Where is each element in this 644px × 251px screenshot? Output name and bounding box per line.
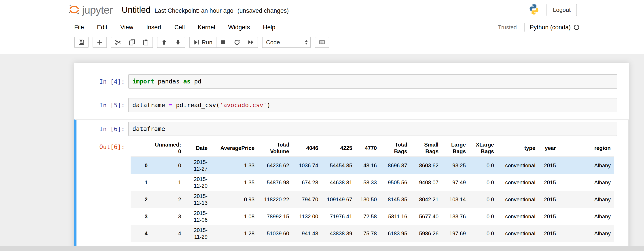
insert-cell-below-button[interactable] [92, 37, 107, 48]
autosave-status: (unsaved changes) [238, 8, 289, 14]
logout-button[interactable]: Logout [546, 4, 577, 16]
table-cell: 71976.41 [321, 208, 355, 225]
table-row: 002015-12-271.3364236.621036.7454454.854… [130, 157, 614, 174]
code-input[interactable]: dataframe = pd.read_csv('avocado.csv') [128, 98, 617, 112]
table-cell: 9505.56 [380, 174, 410, 191]
table-cell: 2015 [538, 174, 559, 191]
table-cell: 54454.85 [321, 157, 355, 174]
select-arrows-icon [305, 39, 308, 46]
menu-item-edit[interactable]: Edit [97, 24, 108, 31]
table-cell: 5986.26 [410, 225, 442, 242]
paste-icon [143, 39, 149, 46]
table-cell: 0.0 [469, 191, 497, 208]
column-header: Unnamed: 0 [151, 140, 184, 157]
table-cell: 2015-11-29 [184, 225, 211, 242]
column-header: Total Volume [258, 140, 292, 157]
code-cell-1[interactable]: In [4]:import pandas as pd [74, 72, 629, 91]
command-palette-button[interactable] [315, 37, 329, 48]
horizontal-scrollbar[interactable] [0, 246, 644, 251]
table-cell: 8696.87 [380, 157, 410, 174]
table-cell: 48.16 [355, 157, 380, 174]
checkpoint-status: Last Checkpoint: an hour ago [154, 8, 234, 14]
table-cell: Albany [559, 174, 614, 191]
save-button[interactable] [74, 37, 88, 48]
table-cell: 8603.62 [410, 157, 442, 174]
title-group: Untitled Last Checkpoint: an hour ago (u… [122, 5, 289, 15]
table-cell: 9408.07 [410, 174, 442, 191]
table-cell: 58.33 [355, 174, 380, 191]
table-cell: 1132.00 [292, 208, 321, 225]
table-cell: 1.28 [211, 225, 258, 242]
run-button[interactable]: Run [189, 37, 216, 48]
keyboard-icon [319, 39, 325, 46]
table-cell: Albany [559, 208, 614, 225]
table-cell: 75.78 [355, 225, 380, 242]
code-cell-3[interactable]: In [6]:dataframeOut[6]:Unnamed: 0DateAve… [74, 120, 629, 251]
column-header: 4770 [355, 140, 380, 157]
menu-item-kernel[interactable]: Kernel [198, 24, 215, 31]
table-cell: 941.48 [292, 225, 321, 242]
table-cell: 5811.16 [380, 208, 410, 225]
table-cell: 2015 [538, 157, 559, 174]
menu-item-widgets[interactable]: Widgets [228, 24, 250, 31]
table-cell: 0.0 [469, 208, 497, 225]
restart-icon [234, 39, 240, 46]
table-cell: 2 [151, 191, 184, 208]
code-input[interactable]: dataframe [128, 122, 617, 136]
menu-item-view[interactable]: View [120, 24, 133, 31]
move-down-button[interactable] [171, 37, 185, 48]
code-cell-2[interactable]: In [5]:dataframe = pd.read_csv('avocado.… [74, 96, 629, 114]
menu-item-cell[interactable]: Cell [174, 24, 185, 31]
table-cell: 8042.21 [410, 191, 442, 208]
notebook-header: jupyter Untitled Last Checkpoint: an hou… [0, 0, 644, 54]
menu-item-help[interactable]: Help [263, 24, 276, 31]
menu-item-file[interactable]: File [74, 24, 84, 31]
table-cell: 2015-12-27 [184, 157, 211, 174]
move-up-button[interactable] [157, 37, 171, 48]
cell-list: In [4]:import pandas as pdIn [5]:datafra… [74, 72, 629, 251]
notebook-title[interactable]: Untitled [122, 5, 150, 15]
table-cell: 2015 [538, 208, 559, 225]
table-cell: 43838.39 [321, 225, 355, 242]
table-cell: 2015-12-06 [184, 208, 211, 225]
input-prompt: In [4]: [76, 74, 128, 88]
table-cell: conventional [497, 225, 538, 242]
trusted-badge: Trusted [498, 24, 517, 31]
row-index: 4 [130, 225, 151, 242]
table-cell: 78992.15 [258, 208, 292, 225]
notebook-area: In [4]:import pandas as pdIn [5]:datafra… [0, 63, 644, 251]
interrupt-button[interactable] [216, 37, 230, 48]
menu-item-insert[interactable]: Insert [146, 24, 162, 31]
toolbar: Run Code [0, 34, 644, 54]
jupyter-orb-icon [68, 3, 80, 16]
fast-forward-button[interactable] [244, 37, 258, 48]
fast-forward-icon [248, 39, 254, 46]
table-cell: 44638.81 [321, 174, 355, 191]
table-row: 112015-12-201.3554876.98674.2844638.8158… [130, 174, 614, 191]
kernel-idle-icon [574, 24, 579, 30]
table-cell: conventional [497, 208, 538, 225]
cell-type-select[interactable]: Code [262, 37, 311, 48]
table-cell: 5677.40 [410, 208, 442, 225]
python-logo-icon [528, 4, 540, 16]
column-header: region [559, 140, 614, 157]
column-header: 4046 [292, 140, 321, 157]
table-cell: 674.28 [292, 174, 321, 191]
notebook-container: In [4]:import pandas as pdIn [5]:datafra… [74, 63, 629, 251]
jupyter-wordmark: jupyter [82, 4, 113, 16]
table-cell: 0.0 [469, 225, 497, 242]
menubar-items: FileEditViewInsertCellKernelWidgetsHelp [74, 24, 288, 31]
table-cell: Albany [559, 157, 614, 174]
restart-button[interactable] [230, 37, 244, 48]
jupyter-logo[interactable]: jupyter [68, 3, 113, 16]
menubar-right: Trusted Python (conda) [498, 23, 579, 32]
cut-button[interactable] [111, 37, 125, 48]
table-cell: 103.14 [442, 191, 469, 208]
table-cell: conventional [497, 174, 538, 191]
column-header: Large Bags [442, 140, 469, 157]
code-input[interactable]: import pandas as pd [128, 74, 617, 88]
table-cell: conventional [497, 157, 538, 174]
copy-button[interactable] [125, 37, 139, 48]
paste-button[interactable] [139, 37, 153, 48]
index-column-header [130, 140, 151, 157]
